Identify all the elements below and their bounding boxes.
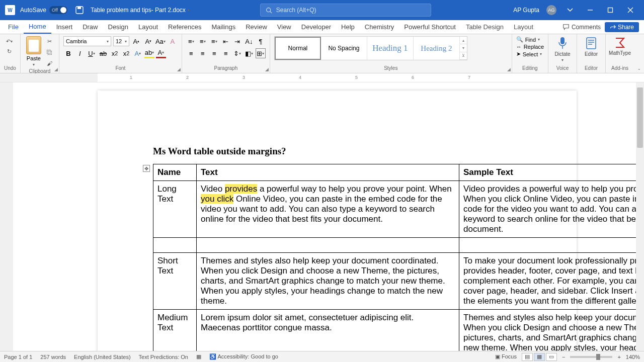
share-button[interactable]: Share	[605, 22, 639, 32]
close-button[interactable]	[624, 4, 637, 17]
user-name[interactable]: AP Gupta	[513, 7, 539, 14]
cell-sample[interactable]: Video provides a powerful way to help yo…	[459, 181, 645, 238]
tab-draw[interactable]: Draw	[77, 20, 103, 34]
tab-table-design[interactable]: Table Design	[461, 20, 509, 34]
maximize-button[interactable]	[604, 4, 617, 17]
tab-developer[interactable]: Developer	[296, 20, 336, 34]
font-color-button[interactable]: A▾	[156, 48, 166, 58]
comments-button[interactable]: Comments	[562, 24, 601, 31]
bullets-button[interactable]: ≡▾	[186, 36, 196, 46]
header-name[interactable]: Name	[153, 164, 197, 181]
save-icon[interactable]	[72, 3, 87, 17]
increase-indent-button[interactable]: ⇥	[232, 36, 243, 46]
line-spacing-button[interactable]: ⇕▾	[232, 48, 243, 58]
status-macro-icon[interactable]: ▦	[196, 353, 201, 360]
cell-name[interactable]: Medium Text	[153, 310, 197, 354]
page-scroll[interactable]: Ms Word table outside margins? ✥ Name Te…	[13, 82, 644, 354]
align-right-button[interactable]: ≡	[209, 48, 219, 58]
doc-heading[interactable]: Ms Word table outside margins?	[98, 146, 577, 164]
toggle-switch[interactable]: Off	[49, 6, 67, 14]
select-button[interactable]: ➤Select▾	[516, 51, 544, 57]
header-sample[interactable]: Sample Text	[459, 164, 645, 181]
cell-name[interactable]: Short Text	[153, 253, 197, 310]
text-effects-button[interactable]: A▾	[133, 48, 143, 58]
paragraph-launcher[interactable]: ◢	[265, 67, 269, 72]
style-no-spacing[interactable]: No Spacing	[321, 37, 367, 60]
zoom-slider[interactable]	[570, 356, 612, 358]
style-heading2[interactable]: Heading 2	[414, 37, 460, 60]
collapse-ribbon-button[interactable]: ⌄	[637, 66, 641, 71]
change-case-button[interactable]: Aa▾	[155, 36, 166, 46]
mathtype-button[interactable]: MathType	[610, 36, 630, 56]
tab-shortcut[interactable]: Powerful Shortcut	[399, 20, 461, 34]
web-layout-button[interactable]: ▭	[546, 353, 557, 361]
read-mode-button[interactable]: ▤	[522, 353, 533, 361]
document-name[interactable]: Table problem and tips- Part 2.docx ▾	[91, 7, 190, 14]
gallery-more-button[interactable]: ⊻	[460, 52, 467, 60]
replace-button[interactable]: ↔Replace	[516, 44, 544, 50]
bold-button[interactable]: B	[63, 48, 73, 58]
multilevel-button[interactable]: ≡▾	[209, 36, 219, 46]
subscript-button[interactable]: x2	[110, 48, 120, 58]
page[interactable]: Ms Word table outside margins? ✥ Name Te…	[98, 90, 577, 354]
shading-button[interactable]: ◧▾	[244, 48, 254, 58]
cell-text[interactable]: Lorem ipsum dolor sit amet, consectetuer…	[197, 310, 459, 354]
print-layout-button[interactable]: ▦	[534, 353, 545, 361]
tab-view[interactable]: View	[272, 20, 296, 34]
numbering-button[interactable]: ≡▾	[198, 36, 208, 46]
status-words[interactable]: 257 words	[40, 354, 66, 360]
align-left-button[interactable]: ≡	[186, 48, 196, 58]
tab-table-layout[interactable]: Layout	[509, 20, 538, 34]
vertical-scrollbar[interactable]	[636, 82, 644, 354]
undo-button[interactable]: ↶▾	[4, 36, 14, 46]
highlight-button[interactable]: ab▾	[144, 48, 154, 58]
strike-button[interactable]: ab	[98, 48, 108, 58]
vertical-ruler[interactable]	[0, 82, 13, 354]
cell-name[interactable]: Long Text	[153, 181, 197, 238]
ribbon-display-icon[interactable]	[564, 4, 577, 17]
font-name-select[interactable]: Cambria▾	[63, 36, 111, 46]
tab-design[interactable]: Design	[103, 20, 133, 34]
status-predictions[interactable]: Text Predictions: On	[139, 354, 188, 360]
borders-button[interactable]: ⊞▾	[256, 48, 266, 58]
tab-help[interactable]: Help	[336, 20, 360, 34]
format-painter-button[interactable]: 🖌	[45, 58, 55, 68]
font-size-select[interactable]: 12▾	[113, 36, 129, 46]
underline-button[interactable]: U▾	[87, 48, 97, 58]
styles-launcher[interactable]: ◢	[507, 67, 511, 72]
tab-references[interactable]: References	[163, 20, 206, 34]
tab-file[interactable]: File	[3, 20, 24, 34]
editor-button[interactable]: Editor	[581, 36, 601, 57]
show-marks-button[interactable]: ¶	[256, 36, 266, 46]
grow-font-button[interactable]: A▴	[131, 36, 141, 46]
header-text[interactable]: Text	[197, 164, 459, 181]
decrease-indent-button[interactable]: ⇤	[221, 36, 231, 46]
styles-gallery[interactable]: Normal No Spacing Heading 1 Heading 2 ▴ …	[274, 36, 467, 60]
scrollbar-thumb[interactable]	[637, 87, 643, 148]
horizontal-ruler[interactable]: 1 2 3 4 5 6 7	[0, 73, 644, 82]
tab-chemistry[interactable]: Chemistry	[360, 20, 399, 34]
focus-button[interactable]: ▣ Focus	[495, 353, 517, 360]
zoom-in-button[interactable]: +	[617, 354, 620, 360]
find-button[interactable]: 🔍Find▾	[516, 36, 544, 43]
justify-button[interactable]: ≡	[221, 48, 231, 58]
superscript-button[interactable]: x2	[121, 48, 131, 58]
gallery-up-button[interactable]: ▴	[460, 37, 467, 44]
status-accessibility[interactable]: ♿ Accessibility: Good to go	[209, 353, 278, 360]
tab-layout[interactable]: Layout	[133, 20, 163, 34]
align-center-button[interactable]: ≡	[198, 48, 208, 58]
italic-button[interactable]: I	[75, 48, 85, 58]
copy-button[interactable]: ⿻	[45, 47, 55, 57]
document-table[interactable]: Name Text Sample Text Long Text Video pr…	[153, 164, 644, 354]
clear-format-button[interactable]: A	[168, 36, 178, 46]
zoom-out-button[interactable]: −	[562, 354, 565, 360]
zoom-level[interactable]: 140%	[626, 354, 640, 360]
style-heading1[interactable]: Heading 1	[367, 37, 414, 60]
search-input[interactable]: Search (Alt+Q)	[260, 4, 431, 17]
tab-insert[interactable]: Insert	[51, 20, 78, 34]
dictate-button[interactable]: Dictate▾	[552, 36, 573, 62]
autosave-toggle[interactable]: AutoSave Off	[20, 6, 67, 14]
cell-text[interactable]: Themes and styles also help keep your do…	[197, 253, 459, 310]
redo-button[interactable]: ↻	[4, 46, 14, 56]
gallery-down-button[interactable]: ▾	[460, 44, 467, 52]
